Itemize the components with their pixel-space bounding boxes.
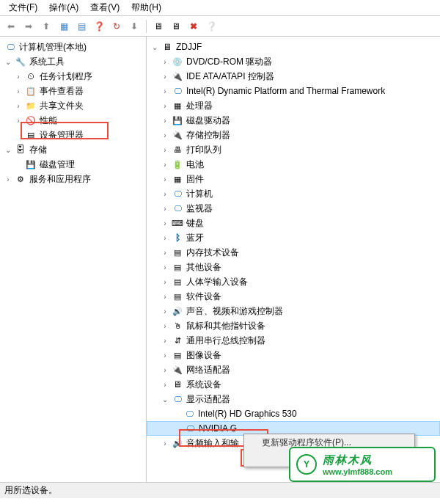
scan-hardware-button[interactable]	[150, 18, 166, 34]
devtree-intel-dptf[interactable]: ›Intel(R) Dynamic Platform and Thermal F…	[147, 84, 440, 98]
devtree-system-devices[interactable]: ›系统设备	[147, 377, 440, 392]
tree-label: 图像设备	[185, 349, 221, 362]
tree-label: 存储	[28, 144, 47, 156]
tree-disk-mgmt[interactable]: 磁盘管理	[0, 157, 146, 172]
uninstall-button[interactable]	[186, 18, 202, 34]
expander-icon[interactable]: ›	[160, 335, 170, 346]
devtree-print-queue[interactable]: ›打印队列	[147, 142, 440, 157]
right-tree-pane[interactable]: ⌄ ZDJJF ›DVD/CD-ROM 驱动器 ›IDE ATA/ATAPI 控…	[147, 37, 440, 482]
devtree-memory-tech[interactable]: ›内存技术设备	[147, 245, 440, 260]
refresh-button[interactable]	[109, 18, 125, 34]
expander-icon[interactable]: ›	[3, 174, 13, 184]
expander-icon[interactable]: ›	[160, 321, 170, 331]
expander-icon[interactable]: ›	[160, 101, 170, 111]
expander-icon[interactable]: ›	[160, 71, 170, 81]
devtree-software[interactable]: ›软件设备	[147, 289, 440, 304]
expander-icon[interactable]: ›	[160, 56, 170, 67]
devtree-network[interactable]: ›网络适配器	[147, 362, 440, 377]
devtree-intel-hd[interactable]: Intel(R) HD Graphics 530	[147, 406, 440, 421]
devtree-battery[interactable]: ›电池	[147, 157, 440, 172]
devtree-other[interactable]: ›其他设备	[147, 260, 440, 274]
expander-icon[interactable]: ›	[160, 262, 170, 272]
expander-icon[interactable]: ›	[160, 145, 170, 155]
tree-label: 固件	[185, 173, 204, 186]
tree-event-viewer[interactable]: › 事件查看器	[0, 84, 146, 98]
back-button[interactable]	[3, 18, 19, 34]
expander-icon[interactable]: ›	[160, 306, 170, 316]
devtree-usb[interactable]: ›通用串行总线控制器	[147, 333, 440, 348]
export-button[interactable]	[126, 18, 142, 34]
menu-file[interactable]: 文件(F)	[3, 0, 43, 15]
tree-services-apps[interactable]: › 服务和应用程序	[0, 172, 146, 186]
devtree-cpu[interactable]: ›处理器	[147, 98, 440, 113]
expander-icon[interactable]: ›	[13, 115, 23, 125]
properties-button[interactable]	[73, 18, 89, 34]
help-button[interactable]	[91, 18, 107, 34]
expander-icon[interactable]: ›	[160, 379, 170, 390]
show-hide-tree-button[interactable]	[56, 18, 72, 34]
expander-icon[interactable]: ›	[13, 101, 23, 111]
expander-icon[interactable]: ›	[160, 291, 170, 302]
tree-label: 性能	[38, 114, 57, 127]
devtree-firmware[interactable]: ›固件	[147, 172, 440, 186]
expander-icon[interactable]: ›	[13, 71, 23, 81]
add-hardware-button[interactable]	[168, 18, 184, 34]
devtree-root[interactable]: ⌄ ZDJJF	[147, 40, 440, 54]
expander-icon[interactable]: ›	[13, 86, 23, 96]
tree-storage[interactable]: ⌄ 🗄 存储	[0, 142, 146, 157]
tree-system-tools[interactable]: ⌄ 系统工具	[0, 54, 146, 69]
expander-icon[interactable]: ⌄	[150, 42, 160, 52]
expander-icon[interactable]: ⌄	[3, 145, 13, 155]
expander-icon[interactable]: ›	[160, 130, 170, 140]
expander-icon[interactable]: ⌄	[3, 56, 13, 67]
expander-icon[interactable]: ›	[160, 159, 170, 169]
devtree-mouse[interactable]: ›鼠标和其他指针设备	[147, 318, 440, 333]
dptf-icon	[172, 85, 183, 97]
devtree-disk-drives[interactable]: ›磁盘驱动器	[147, 113, 440, 128]
tree-label: 设备管理器	[38, 129, 84, 142]
devtree-storage-ctrl[interactable]: ›存储控制器	[147, 128, 440, 142]
expander-icon[interactable]: ›	[160, 86, 170, 96]
tree-task-scheduler[interactable]: › 任务计划程序	[0, 69, 146, 84]
cd-icon	[172, 56, 183, 67]
expander-icon[interactable]: ›	[160, 277, 170, 287]
properties2-button[interactable]	[203, 18, 219, 34]
tree-device-manager[interactable]: 设备管理器	[0, 128, 146, 142]
expander-icon[interactable]: ›	[160, 203, 170, 213]
up-button[interactable]	[38, 18, 54, 34]
tree-shared-folders[interactable]: › 共享文件夹	[0, 98, 146, 113]
expander-icon[interactable]: ›	[160, 174, 170, 184]
expander-icon[interactable]: ›	[160, 350, 170, 360]
menu-help[interactable]: 帮助(H)	[125, 0, 167, 15]
tree-label: 处理器	[185, 100, 213, 112]
expander-icon[interactable]: ›	[160, 115, 170, 125]
devtree-display-adapters[interactable]: ⌄显示适配器	[147, 392, 440, 406]
devtree-keyboard[interactable]: ›键盘	[147, 216, 440, 230]
expander-icon[interactable]: ›	[160, 233, 170, 243]
expander-icon[interactable]: ›	[160, 218, 170, 228]
tree-label: 软件设备	[185, 291, 221, 303]
expander-icon[interactable]: ›	[160, 247, 170, 258]
mouse-icon	[172, 320, 183, 332]
expander-icon[interactable]: ›	[160, 365, 170, 375]
left-tree-pane[interactable]: 计算机管理(本地) ⌄ 系统工具 › 任务计划程序 › 事件查看器 › 共享文件…	[0, 37, 147, 482]
devtree-ide[interactable]: ›IDE ATA/ATAPI 控制器	[147, 69, 440, 84]
menu-view[interactable]: 查看(V)	[84, 0, 125, 15]
ide-icon	[172, 70, 183, 82]
devtree-computer[interactable]: ›计算机	[147, 186, 440, 201]
devtree-sound[interactable]: ›声音、视频和游戏控制器	[147, 304, 440, 318]
devtree-bluetooth[interactable]: ›蓝牙	[147, 230, 440, 245]
expander-icon[interactable]: ⌄	[160, 394, 170, 404]
devtree-hid[interactable]: ›人体学输入设备	[147, 274, 440, 289]
devtree-dvd[interactable]: ›DVD/CD-ROM 驱动器	[147, 54, 440, 69]
forward-button[interactable]	[21, 18, 37, 34]
devtree-monitor[interactable]: ›监视器	[147, 201, 440, 216]
tree-root-computer-mgmt[interactable]: 计算机管理(本地)	[0, 40, 146, 54]
tree-performance[interactable]: › 性能	[0, 113, 146, 128]
expander-icon[interactable]: ›	[160, 438, 170, 448]
tree-label: 蓝牙	[185, 232, 204, 244]
menu-action[interactable]: 操作(A)	[43, 0, 84, 15]
watermark-url: www.ylmf888.com	[323, 467, 392, 476]
devtree-imaging[interactable]: ›图像设备	[147, 348, 440, 362]
expander-icon[interactable]: ›	[160, 189, 170, 199]
